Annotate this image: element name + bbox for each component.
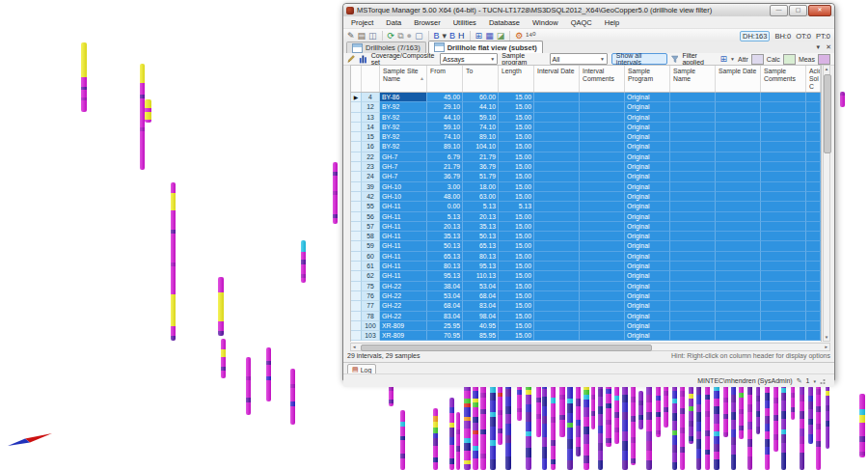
cell-sample-date[interactable] [716, 321, 761, 331]
cell-sample-date[interactable] [716, 241, 761, 251]
cell-sample-program[interactable]: Original [625, 152, 670, 162]
drillhole-trace[interactable] [756, 386, 760, 434]
drillhole-trace[interactable] [808, 386, 813, 444]
drillhole-trace[interactable] [591, 381, 595, 429]
drillhole-trace[interactable] [606, 377, 611, 447]
cell-sample-site-name[interactable]: GH-11 [380, 202, 427, 211]
table-row[interactable]: ▶4BY-8645.0060.0015.00Original [351, 93, 821, 102]
cell-sample-program[interactable]: Original [625, 93, 670, 102]
cell-sample-site-name[interactable]: GH-22 [380, 291, 427, 301]
cell-from[interactable]: 38.04 [427, 282, 463, 291]
cell-sample-program[interactable]: Original [625, 212, 670, 222]
drillhole-trace[interactable] [221, 339, 226, 378]
cell-from[interactable]: 3.00 [427, 182, 463, 192]
cell-sample-date[interactable] [716, 132, 761, 142]
column-header-sample-program[interactable]: Sample Program [625, 66, 670, 92]
table-row[interactable]: 60GH-1165.1380.1315.00Original [351, 252, 821, 262]
cell-sample-date[interactable] [716, 152, 761, 162]
cell-interval-date[interactable] [534, 162, 580, 172]
cell-sample-program[interactable]: Original [625, 252, 670, 262]
menu-database[interactable]: Database [489, 18, 520, 27]
cell-to[interactable]: 89.10 [463, 132, 499, 142]
menu-qaqc[interactable]: QAQC [571, 18, 592, 27]
cell-from[interactable]: 53.04 [427, 291, 463, 301]
cell-interval-date[interactable] [534, 312, 580, 321]
cell-sample-date[interactable] [716, 232, 761, 241]
drillhole-trace[interactable] [567, 377, 573, 470]
cell-interval-date[interactable] [534, 113, 580, 123]
cell-acid-sol[interactable] [806, 312, 821, 321]
close-button[interactable]: ✕ [808, 5, 831, 16]
cell-length[interactable]: 15.00 [499, 172, 534, 181]
cell-interval-date[interactable] [534, 142, 580, 152]
cell-sample-program[interactable]: Original [625, 192, 670, 202]
table-row[interactable]: 58GH-1135.1350.1315.00Original [351, 232, 821, 241]
horizontal-scrollbar[interactable]: ◄ ► [350, 343, 830, 351]
cell-sample-date[interactable] [716, 271, 761, 281]
cell-sample-comments[interactable] [761, 102, 806, 112]
drillhole-trace[interactable] [646, 377, 652, 470]
cell-sample-site-name[interactable]: XR-809 [380, 331, 427, 341]
cell-sample-site-name[interactable]: BY-92 [380, 142, 427, 152]
import-icon[interactable]: ◫ [368, 31, 377, 41]
cell-interval-comments[interactable] [580, 132, 625, 142]
cell-interval-comments[interactable] [580, 291, 625, 301]
drillhole-trace[interactable] [696, 377, 701, 470]
cell-sample-program[interactable]: Original [625, 142, 670, 152]
cell-interval-date[interactable] [534, 271, 580, 281]
cell-sample-date[interactable] [716, 172, 761, 181]
table-row[interactable]: 24GH-736.7951.7915.00Original [351, 172, 821, 181]
cell-length[interactable]: 15.00 [499, 102, 534, 112]
cell-acid-sol[interactable] [806, 331, 821, 341]
cell-sample-site-name[interactable]: BY-92 [380, 102, 427, 112]
scroll-left-icon[interactable]: ◄ [352, 344, 356, 350]
drillhole-trace[interactable] [246, 357, 251, 415]
cell-sample-comments[interactable] [761, 202, 806, 211]
cell-from[interactable]: 35.13 [427, 232, 463, 241]
cell-from[interactable]: 83.04 [427, 312, 463, 321]
cell-interval-date[interactable] [534, 252, 580, 262]
cell-to[interactable]: 85.95 [463, 331, 499, 341]
cell-from[interactable]: 95.13 [427, 271, 463, 281]
cell-sample-name[interactable] [670, 241, 716, 251]
cell-acid-sol[interactable] [806, 102, 821, 112]
cell-from[interactable]: 89.10 [427, 142, 463, 152]
cell-to[interactable]: 50.13 [463, 232, 499, 241]
cell-sample-name[interactable] [670, 142, 716, 152]
cell-from[interactable]: 45.00 [427, 93, 463, 102]
drillhole-trace[interactable] [800, 377, 804, 470]
cell-to[interactable]: 51.79 [463, 172, 499, 181]
histogram-h-icon[interactable]: H [458, 31, 465, 41]
column-header-blank-1[interactable] [362, 66, 380, 92]
cell-sample-name[interactable] [670, 252, 716, 262]
cell-interval-date[interactable] [534, 212, 580, 222]
cell-sample-site-name[interactable]: GH-11 [380, 252, 427, 262]
cell-interval-comments[interactable] [580, 331, 625, 341]
cell-to[interactable]: 63.00 [463, 192, 499, 202]
cell-sample-name[interactable] [670, 182, 716, 192]
cell-sample-comments[interactable] [761, 321, 806, 331]
drillhole-trace[interactable] [576, 377, 581, 456]
cell-from[interactable]: 21.79 [427, 162, 463, 172]
cell-sample-comments[interactable] [761, 152, 806, 162]
cell-length[interactable]: 15.00 [499, 142, 534, 152]
composite-b2-icon[interactable]: B [449, 31, 455, 41]
table-row[interactable]: 39GH-103.0018.0015.00Original [351, 182, 821, 192]
cell-to[interactable]: 21.79 [463, 152, 499, 162]
cell-sample-date[interactable] [716, 252, 761, 262]
cell-length[interactable]: 15.00 [499, 331, 534, 341]
cell-sample-date[interactable] [716, 113, 761, 123]
cell-sample-site-name[interactable]: GH-11 [380, 212, 427, 222]
cell-from[interactable]: 48.00 [427, 192, 463, 202]
drillhole-trace[interactable] [672, 381, 677, 470]
cell-sample-date[interactable] [716, 282, 761, 291]
cell-sample-comments[interactable] [761, 282, 806, 291]
cell-sample-comments[interactable] [761, 271, 806, 281]
table-row[interactable]: 14BY-9259.1074.1015.00Original [351, 123, 821, 132]
cell-interval-date[interactable] [534, 202, 580, 211]
cell-sample-name[interactable] [670, 113, 716, 123]
drillhole-trace[interactable] [826, 381, 829, 449]
cell-sample-site-name[interactable]: GH-10 [380, 182, 427, 192]
edit-assay-icon[interactable] [347, 54, 355, 64]
cell-sample-comments[interactable] [761, 262, 806, 271]
